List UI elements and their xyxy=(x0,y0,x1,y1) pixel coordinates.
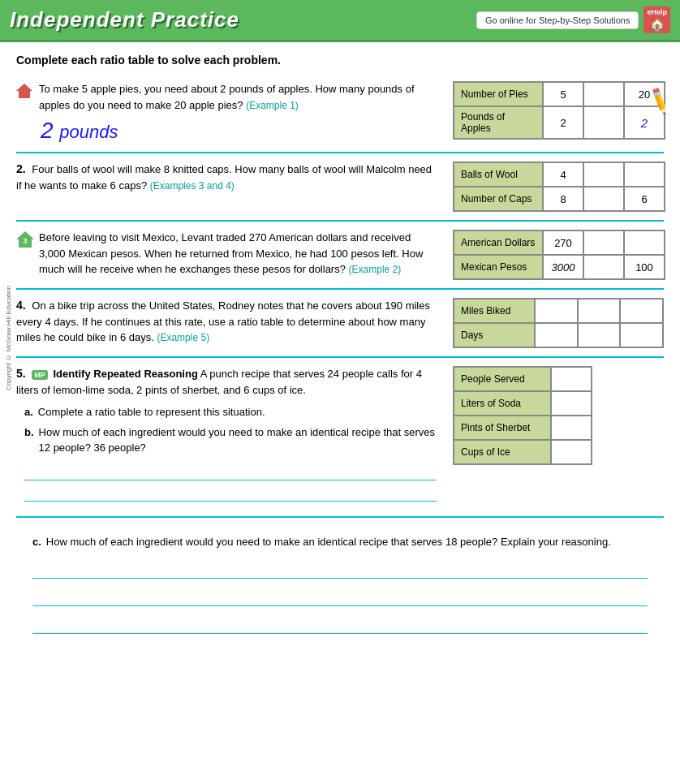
val-wool-1: 4 xyxy=(543,162,583,187)
problem-3-left: 3 Before leaving to visit Mexico, Levant… xyxy=(16,230,437,278)
identify-text: Identify Repeated Reasoning xyxy=(53,368,197,380)
problem-3-header: 3 Before leaving to visit Mexico, Levant… xyxy=(16,230,437,278)
val-pesos-3: 100 xyxy=(624,255,665,279)
problem-2-example: (Examples 3 and 4) xyxy=(150,180,235,192)
problem-5-sub-a: a. Complete a ratio table to represent t… xyxy=(24,404,437,420)
problem-5-b-answer-lines xyxy=(16,463,437,502)
problem-5-ratio-table: People Served Liters of Soda Pints of Sh… xyxy=(453,366,592,465)
val-caps-2 xyxy=(583,187,624,211)
svg-text:3: 3 xyxy=(23,237,27,245)
val-days-2 xyxy=(578,323,621,347)
label-number-of-pies: Number of Pies xyxy=(454,82,543,106)
val-pies-1: 5 xyxy=(543,82,583,106)
problem-4-example: (Example 5) xyxy=(157,332,209,343)
val-people-1 xyxy=(551,367,592,391)
val-dollars-1: 270 xyxy=(543,230,583,255)
mp-badge: MP xyxy=(32,370,48,380)
page-header: Independent Practice Go online for Step-… xyxy=(0,0,680,42)
label-days: Days xyxy=(454,323,535,347)
val-wool-3 xyxy=(624,162,665,187)
table-row: Liters of Soda xyxy=(454,391,592,416)
label-balls-of-wool: Balls of Wool xyxy=(454,162,543,187)
problem-4-number: 4. xyxy=(16,299,26,312)
table-row: Number of Caps 8 6 xyxy=(454,187,665,211)
problem-4-ratio-table: Miles Biked Days xyxy=(453,298,664,348)
page-title: Independent Practice xyxy=(10,7,239,32)
val-soda-1 xyxy=(551,391,592,416)
problem-2-text: Four balls of wool will make 8 knitted c… xyxy=(16,163,432,192)
table-row: Pounds of Apples 2 2 xyxy=(454,106,665,139)
val-pies-2 xyxy=(583,82,624,106)
ehelp-label: eHelp xyxy=(647,8,667,16)
table-row: Balls of Wool 4 xyxy=(454,162,665,187)
problem-3-ratio-table: American Dollars 270 Mexican Pesos 3000 … xyxy=(453,230,665,280)
problem-5-sub-b: b. How much of each ingredient would you… xyxy=(24,424,437,456)
val-caps-1: 8 xyxy=(543,187,583,211)
problem-3: 3 Before leaving to visit Mexico, Levant… xyxy=(16,230,664,290)
table-row: Number of Pies 5 20 xyxy=(454,82,665,106)
problem-5-number: 5. xyxy=(16,367,26,380)
val-miles-2 xyxy=(578,299,621,323)
problem-5-top: 5. MP Identify Repeated Reasoning A punc… xyxy=(16,366,664,505)
problem-1-example: (Example 1) xyxy=(246,100,299,111)
val-apples-2 xyxy=(583,106,624,139)
sub-c-text: How much of each ingredient would you ne… xyxy=(46,534,611,550)
problem-2-number: 2. xyxy=(16,162,26,175)
val-sherbet-1 xyxy=(551,416,592,440)
problem-3-house-icon: 3 xyxy=(16,230,34,251)
val-ice-1 xyxy=(551,440,592,464)
val-miles-3 xyxy=(620,299,663,323)
table-row: Miles Biked xyxy=(454,299,663,323)
label-pints-of-sherbet: Pints of Sherbet xyxy=(454,416,551,440)
problem-3-text: Before leaving to visit Mexico, Levant t… xyxy=(39,230,437,278)
val-dollars-3 xyxy=(624,230,665,255)
problem-5-left: 5. MP Identify Repeated Reasoning A punc… xyxy=(16,366,437,505)
val-dollars-2 xyxy=(583,230,624,255)
val-caps-3: 6 xyxy=(624,187,665,211)
problem-1-ratio-table: Number of Pies 5 20 Pounds of Apples 2 2 xyxy=(453,81,665,140)
bottom-line-2 xyxy=(32,584,648,606)
answer-line-1 xyxy=(24,463,437,480)
problem-4: 4. On a bike trip across the United Stat… xyxy=(16,298,664,358)
val-pesos-1: 3000 xyxy=(543,255,583,279)
label-mexican-pesos: Mexican Pesos xyxy=(454,255,543,279)
go-online-button[interactable]: Go online for Step-by-Step Solutions xyxy=(476,11,639,29)
sub-b-text: How much of each ingredient would you ne… xyxy=(39,424,437,456)
table-row: Mexican Pesos 3000 100 xyxy=(454,255,665,279)
val-days-3 xyxy=(620,323,663,347)
label-pounds-of-apples: Pounds of Apples xyxy=(454,106,543,139)
problem-2-left: 2. Four balls of wool will make 8 knitte… xyxy=(16,162,437,193)
table-row: American Dollars 270 xyxy=(454,230,665,255)
sub-a-label: a. xyxy=(24,404,33,420)
val-wool-2 xyxy=(583,162,624,187)
bottom-answer-lines xyxy=(16,556,664,634)
bottom-line-3 xyxy=(32,611,648,634)
val-miles-1 xyxy=(535,299,578,323)
problem-5-sub-items: a. Complete a ratio table to represent t… xyxy=(16,404,437,456)
sub-c-label: c. xyxy=(32,534,41,550)
instructions: Complete each ratio table to solve each … xyxy=(16,54,664,67)
table-row: Days xyxy=(454,323,663,347)
label-number-of-caps: Number of Caps xyxy=(454,187,543,211)
label-american-dollars: American Dollars xyxy=(454,230,543,255)
problem-1-handwriting: 2 pounds xyxy=(41,118,437,144)
problem-1-header: To make 5 apple pies, you need about 2 p… xyxy=(16,81,437,113)
val-pesos-2 xyxy=(583,255,624,279)
problem-1-left: To make 5 apple pies, you need about 2 p… xyxy=(16,81,437,144)
sub-a-text: Complete a ratio table to represent this… xyxy=(38,404,265,420)
problem-2-table: Balls of Wool 4 Number of Caps 8 6 xyxy=(453,162,664,212)
bottom-line-1 xyxy=(32,556,648,579)
ehelp-house-icon: 🏠 xyxy=(649,16,665,32)
problem-3-example: (Example 2) xyxy=(349,264,402,275)
problem-2: 2. Four balls of wool will make 8 knitte… xyxy=(16,162,664,222)
problem-1-house-icon xyxy=(16,83,32,101)
sub-b-label: b. xyxy=(24,424,34,456)
answer-line-2 xyxy=(24,484,437,502)
svg-marker-0 xyxy=(16,84,32,98)
table-row: Pints of Sherbet xyxy=(454,416,592,440)
problem-2-ratio-table: Balls of Wool 4 Number of Caps 8 6 xyxy=(453,162,665,212)
problem-1-table: Number of Pies 5 20 Pounds of Apples 2 2… xyxy=(453,81,664,140)
main-content: Copyright © McGraw-Hill Education Comple… xyxy=(0,42,680,655)
problem-1-text: To make 5 apple pies, you need about 2 p… xyxy=(39,81,437,113)
section-c: c. How much of each ingredient would you… xyxy=(16,526,664,550)
